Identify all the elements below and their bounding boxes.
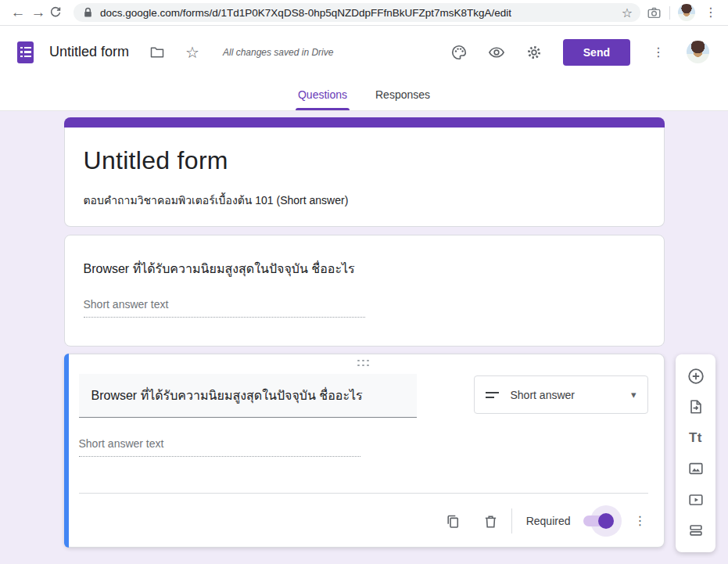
document-title[interactable]: Untitled form <box>49 44 129 60</box>
form-title[interactable]: Untitled form <box>84 146 645 175</box>
browser-menu-icon[interactable]: ⋮ <box>703 6 719 19</box>
header-more-icon[interactable]: ⋮ <box>651 46 666 59</box>
delete-icon[interactable] <box>482 513 499 530</box>
form-title-card[interactable]: Untitled form ตอบคำถามวิชาคอมพิวเตอร์เบื… <box>64 128 665 227</box>
account-avatar[interactable] <box>687 41 709 63</box>
url-bar[interactable]: docs.google.com/forms/d/1Td1P0K7XqDS8-0h… <box>74 3 640 22</box>
star-form-icon[interactable]: ☆ <box>185 43 199 62</box>
move-folder-icon[interactable] <box>149 45 165 60</box>
add-section-icon[interactable] <box>685 519 707 541</box>
import-questions-icon[interactable] <box>685 396 707 418</box>
chevron-down-icon: ▾ <box>631 389 637 401</box>
tab-responses[interactable]: Responses <box>373 78 432 110</box>
browser-chrome: ← → docs.google.com/forms/d/1Td1P0K7XqDS… <box>0 0 728 26</box>
short-answer-placeholder: Short answer text <box>84 298 365 318</box>
add-question-icon[interactable] <box>685 365 707 387</box>
lock-icon <box>83 7 93 18</box>
bookmark-star-icon[interactable]: ☆ <box>622 5 633 20</box>
camera-extension-icon[interactable] <box>647 5 662 20</box>
short-answer-placeholder: Short answer text <box>79 437 360 457</box>
save-status: All changes saved in Drive <box>223 47 333 58</box>
drag-handle-icon[interactable] <box>79 354 648 372</box>
required-label: Required <box>526 515 571 527</box>
question-type-dropdown[interactable]: Short answer ▾ <box>474 375 648 414</box>
theme-banner <box>64 117 665 128</box>
forward-icon[interactable]: → <box>28 4 48 21</box>
forms-header: Untitled form ☆ All changes saved in Dri… <box>0 26 728 78</box>
required-toggle[interactable] <box>583 513 612 529</box>
url-text: docs.google.com/forms/d/1Td1P0K7XqDS8-0h… <box>100 7 511 19</box>
preview-eye-icon[interactable] <box>488 44 505 61</box>
tab-questions[interactable]: Questions <box>296 78 350 110</box>
add-title-icon[interactable]: Tt <box>685 427 707 449</box>
back-icon[interactable]: ← <box>8 4 28 21</box>
question-toolbar: Tt <box>676 354 715 552</box>
question-more-icon[interactable]: ⋮ <box>633 515 648 527</box>
form-description[interactable]: ตอบคำถามวิชาคอมพิวเตอร์เบื้องต้น 101 (Sh… <box>84 192 645 209</box>
form-tabs: Questions Responses <box>0 78 728 111</box>
question-preview-card[interactable]: Browser ที่ได้รับความนิยมสูงสุดในปัจจุบั… <box>64 235 665 347</box>
form-canvas: Untitled form ตอบคำถามวิชาคอมพิวเตอร์เบื… <box>0 111 728 564</box>
duplicate-icon[interactable] <box>445 513 461 530</box>
chrome-divider <box>669 6 670 20</box>
settings-gear-icon[interactable] <box>525 44 543 61</box>
footer-divider <box>511 508 512 533</box>
browser-profile-avatar[interactable] <box>678 4 695 21</box>
question-title-input[interactable]: Browser ที่ได้รับความนิยมสูงสุดในปัจจุบั… <box>79 374 417 418</box>
send-button[interactable]: Send <box>563 39 630 66</box>
palette-icon[interactable] <box>450 44 468 61</box>
reload-icon[interactable] <box>48 5 69 20</box>
short-answer-type-icon <box>486 392 499 398</box>
add-video-icon[interactable] <box>685 489 707 511</box>
forms-logo-icon[interactable] <box>17 41 34 63</box>
add-image-icon[interactable] <box>685 458 707 480</box>
question-text[interactable]: Browser ที่ได้รับความนิยมสูงสุดในปัจจุบั… <box>84 259 645 278</box>
question-type-label: Short answer <box>511 389 575 401</box>
question-editor-card[interactable]: Browser ที่ได้รับความนิยมสูงสุดในปัจจุบั… <box>64 354 665 548</box>
